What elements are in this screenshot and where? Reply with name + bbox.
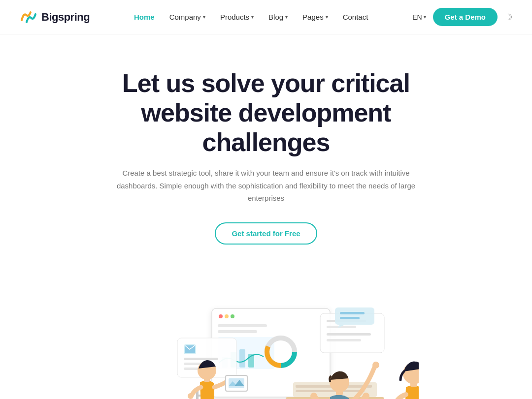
chevron-down-icon: ▾ — [203, 14, 205, 20]
nav-home[interactable]: Home — [128, 10, 161, 24]
svg-point-8 — [231, 314, 234, 318]
hero-section: Let us solve your critical website devel… — [0, 34, 532, 245]
theme-toggle-button[interactable]: ☽ — [504, 12, 512, 23]
svg-rect-32 — [340, 317, 360, 319]
svg-rect-29 — [327, 339, 361, 341]
nav-right: EN ▾ Get a Demo ☽ — [412, 8, 512, 26]
nav-links: Home Company ▾ Products ▾ Blog ▾ Pages ▾ — [128, 10, 374, 24]
logo-text: Bigspring — [41, 11, 90, 24]
cta-button[interactable]: Get started for Free — [215, 222, 317, 245]
hero-illustration: S H L — [0, 269, 532, 399]
svg-rect-9 — [218, 324, 267, 327]
nav-contact[interactable]: Contact — [337, 10, 374, 24]
illustration-svg: S H L — [113, 279, 419, 399]
svg-rect-14 — [239, 349, 245, 368]
hero-title: Let us solve your critical website devel… — [89, 69, 443, 157]
svg-rect-30 — [335, 307, 374, 325]
svg-point-48 — [372, 362, 379, 368]
svg-rect-22 — [184, 358, 218, 360]
nav-pages[interactable]: Pages ▾ — [297, 10, 334, 24]
svg-point-65 — [188, 393, 194, 399]
chevron-down-icon: ▾ — [424, 14, 426, 20]
logo-icon — [20, 10, 37, 24]
svg-rect-28 — [327, 333, 371, 336]
nav-company[interactable]: Company ▾ — [164, 10, 211, 24]
get-demo-button[interactable]: Get a Demo — [433, 8, 498, 26]
navbar: Bigspring Home Company ▾ Products ▾ Blog… — [0, 0, 532, 34]
svg-rect-38 — [296, 390, 365, 392]
svg-point-7 — [225, 314, 229, 318]
nav-blog[interactable]: Blog ▾ — [263, 10, 294, 24]
logo[interactable]: Bigspring — [20, 10, 90, 24]
chevron-down-icon: ▾ — [251, 14, 254, 20]
svg-rect-31 — [340, 312, 365, 314]
hero-subtitle: Create a best strategic tool, share it w… — [113, 167, 419, 205]
language-selector[interactable]: EN ▾ — [412, 13, 426, 21]
chevron-down-icon: ▾ — [285, 14, 288, 20]
svg-rect-10 — [218, 330, 257, 333]
chevron-down-icon: ▾ — [326, 14, 328, 20]
svg-point-6 — [219, 314, 223, 318]
moon-icon: ☽ — [504, 12, 512, 22]
nav-products[interactable]: Products ▾ — [214, 10, 260, 24]
